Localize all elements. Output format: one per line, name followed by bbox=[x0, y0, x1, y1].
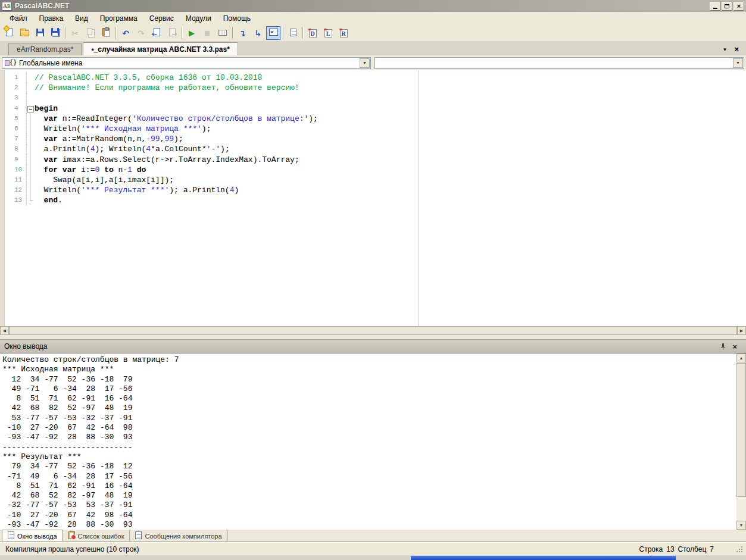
editor-line[interactable]: 9 var imax:=a.Rows.Select(r->r.ToArray.I… bbox=[0, 155, 746, 165]
pin-icon[interactable] bbox=[720, 343, 726, 350]
layout-d-icon: D bbox=[309, 29, 317, 37]
toolbar-separator bbox=[232, 27, 233, 39]
status-line-label: Строка bbox=[639, 545, 663, 553]
scope-combobox-dropdown-icon[interactable]: ▼ bbox=[360, 58, 370, 68]
scope-combobox[interactable]: {} Глобальные имена ▼ bbox=[2, 57, 371, 69]
output-close-icon[interactable]: × bbox=[732, 343, 737, 350]
redo-button: ↷ bbox=[134, 26, 148, 40]
scope-combobox-value: Глобальные имена bbox=[19, 59, 82, 67]
status-column-value: 7 bbox=[710, 545, 714, 553]
format-code-button[interactable] bbox=[286, 26, 300, 40]
editor-line[interactable]: 10 for var i:=0 to n-1 do bbox=[0, 165, 746, 175]
close-icon: × bbox=[737, 3, 741, 9]
open-file-button[interactable] bbox=[17, 26, 32, 40]
resize-grip[interactable] bbox=[736, 545, 744, 552]
status-column-label: Столбец bbox=[678, 545, 707, 553]
output-line: 8 51 71 62 -91 16 -64 bbox=[2, 481, 746, 491]
save-button[interactable] bbox=[33, 26, 47, 40]
new-file-button[interactable] bbox=[2, 26, 16, 40]
output-window[interactable]: Количество строк/столбцов в матрице: 7**… bbox=[0, 353, 746, 530]
toolbar-separator bbox=[302, 27, 303, 39]
scroll-up-icon[interactable]: ▲ bbox=[736, 353, 746, 362]
layout-l-button[interactable]: L bbox=[321, 26, 335, 40]
menu-item[interactable]: Правка bbox=[33, 12, 70, 24]
bottom-tab[interactable]: Список ошибок bbox=[63, 530, 130, 542]
editor-splitter[interactable] bbox=[419, 70, 419, 326]
editor-line[interactable]: 2// Внимание! Если программа не работает… bbox=[0, 83, 746, 93]
save-all-button[interactable] bbox=[48, 26, 63, 40]
fold-marker bbox=[27, 165, 35, 175]
app-window: AB PascalABC.NET × ФайлПравкаВидПрограмм… bbox=[0, 0, 746, 560]
minimize-button[interactable] bbox=[710, 2, 720, 11]
scroll-right-icon[interactable]: ▶ bbox=[737, 326, 746, 335]
step-into-icon: ↳ bbox=[254, 29, 261, 38]
goto-prev-button[interactable] bbox=[149, 26, 164, 40]
step-over-button[interactable]: ↴ bbox=[235, 26, 249, 40]
code-text: begin bbox=[35, 104, 58, 114]
editor-line[interactable]: 11 Swap(a[i,i],a[i,imax[i]]); bbox=[0, 175, 746, 185]
run-button[interactable]: ▶ bbox=[185, 26, 199, 40]
title-bar[interactable]: AB PascalABC.NET × bbox=[0, 0, 746, 12]
bottom-tab-label: Окно вывода bbox=[17, 533, 57, 540]
editor-line[interactable]: 3 bbox=[0, 93, 746, 103]
document-tab[interactable]: eArrRandom.pas* bbox=[8, 43, 82, 55]
member-combobox-dropdown-icon[interactable]: ▼ bbox=[733, 58, 743, 68]
editor-line[interactable]: 8 a.Println(4); Writeln(4*a.ColCount*'-'… bbox=[0, 144, 746, 154]
editor-line[interactable]: 5 var n:=ReadInteger('Количество строк/с… bbox=[0, 114, 746, 124]
menu-item[interactable]: Файл bbox=[4, 12, 33, 24]
editor-line[interactable]: 7 var a:=MatrRandom(n,n,-99,99); bbox=[0, 134, 746, 144]
layout-r-button[interactable]: R bbox=[336, 26, 351, 40]
code-editor[interactable]: 1// PascalABC.NET 3.3.5, сборка 1636 от … bbox=[0, 70, 746, 326]
paste-button[interactable] bbox=[99, 26, 113, 40]
editor-line[interactable]: 13 end. bbox=[0, 195, 746, 205]
menu-item[interactable]: Программа bbox=[94, 12, 143, 24]
editor-line[interactable]: 4begin bbox=[0, 104, 746, 114]
run-icon: ▶ bbox=[189, 29, 195, 38]
fold-marker bbox=[27, 195, 35, 205]
goto-prev-icon bbox=[154, 28, 160, 38]
fold-marker[interactable] bbox=[27, 104, 35, 114]
menu-item[interactable]: Помощь bbox=[217, 12, 257, 24]
show-console-button[interactable] bbox=[266, 26, 280, 40]
bottom-tab[interactable]: Сообщения компилятора bbox=[130, 530, 227, 542]
undo-button[interactable]: ↶ bbox=[118, 26, 133, 40]
bottom-tab[interactable]: Окно вывода bbox=[2, 530, 63, 542]
menu-item[interactable]: Модули bbox=[180, 12, 217, 24]
new-file-icon bbox=[6, 28, 13, 38]
layout-d-button[interactable]: D bbox=[305, 26, 320, 40]
output-line: -93 -47 -92 28 88 -30 93 bbox=[2, 520, 746, 530]
output-line: 79 34 -77 52 -36 -18 12 bbox=[2, 462, 746, 471]
scroll-left-icon[interactable]: ◀ bbox=[0, 326, 9, 335]
keyboard-button[interactable] bbox=[216, 26, 230, 40]
horizontal-scroll-thumb[interactable] bbox=[9, 326, 737, 335]
maximize-button[interactable] bbox=[722, 2, 732, 11]
output-vertical-scrollbar[interactable]: ▲ ▼ bbox=[736, 353, 746, 530]
editor-line[interactable]: 12 Writeln('*** Результат ***'); a.Print… bbox=[0, 185, 746, 195]
vertical-scroll-thumb[interactable] bbox=[736, 363, 746, 497]
menu-item[interactable]: Сервис bbox=[143, 12, 180, 24]
tab-list-dropdown-icon[interactable]: ▼ bbox=[722, 47, 727, 52]
code-text: end. bbox=[35, 195, 63, 205]
output-line: -32 -77 -57 -53 53 -37 -91 bbox=[2, 500, 746, 510]
scroll-down-icon[interactable]: ▼ bbox=[736, 521, 746, 530]
editor-line[interactable]: 1// PascalABC.NET 3.3.5, сборка 1636 от … bbox=[0, 73, 746, 83]
editor-line[interactable]: 6 Writeln('*** Исходная матрица ***'); bbox=[0, 124, 746, 134]
fold-margin bbox=[27, 73, 35, 83]
code-text: Writeln('*** Исходная матрица ***'); bbox=[35, 124, 211, 134]
output-line: -10 27 -20 67 42 98 -64 bbox=[2, 511, 746, 520]
close-button[interactable]: × bbox=[733, 2, 744, 11]
document-tab[interactable]: •_случайная матрица ABC.NET 3.3.pas* bbox=[83, 42, 238, 55]
member-combobox[interactable]: ▼ bbox=[374, 57, 744, 69]
output-window-icon bbox=[8, 531, 14, 540]
toolbar-separator bbox=[116, 27, 116, 39]
tab-close-icon[interactable]: × bbox=[734, 46, 739, 52]
editor-horizontal-scrollbar[interactable]: ◀ ▶ bbox=[0, 326, 746, 335]
output-line: 42 68 82 52 -97 48 19 bbox=[2, 403, 746, 413]
pascalabc-logo-icon: AB bbox=[2, 2, 12, 11]
menu-item[interactable]: Вид bbox=[69, 12, 94, 24]
toolbar: ✂↶↷▶■↴↳DLR bbox=[0, 25, 746, 42]
copy-button bbox=[83, 26, 98, 40]
cut-icon: ✂ bbox=[71, 29, 79, 38]
document-tabstrip: eArrRandom.pas*•_случайная матрица ABC.N… bbox=[0, 42, 746, 55]
step-into-button[interactable]: ↳ bbox=[251, 26, 265, 40]
